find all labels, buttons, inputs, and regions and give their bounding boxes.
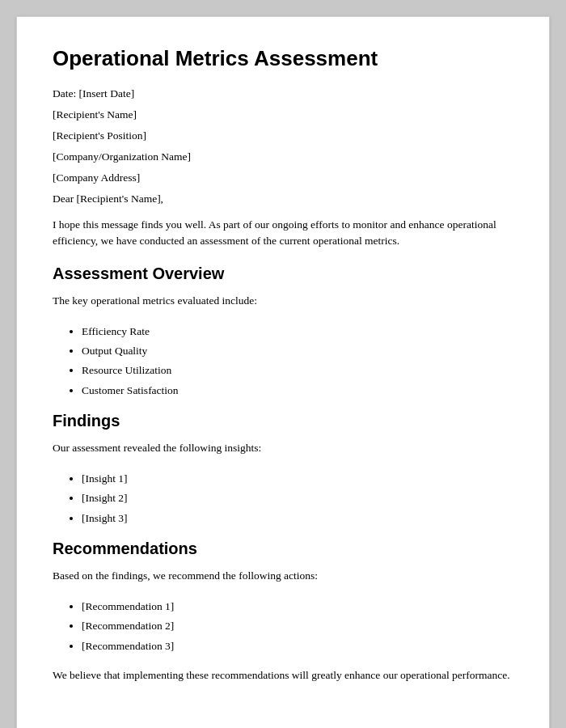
list-item: [Recommendation 1] — [82, 599, 513, 615]
date-line: Date: [Insert Date] — [53, 87, 513, 100]
recommendations-closing: We believe that implementing these recom… — [53, 667, 513, 684]
document-title: Operational Metrics Assessment — [53, 46, 513, 71]
recommendations-list: [Recommendation 1] [Recommendation 2] [R… — [82, 599, 513, 654]
section-recommendations: Recommendations Based on the findings, w… — [53, 540, 513, 684]
company-address-line: [Company Address] — [53, 171, 513, 184]
recipient-name-line: [Recipient's Name] — [53, 108, 513, 121]
section-heading-assessment-overview: Assessment Overview — [53, 265, 513, 283]
assessment-overview-list: Efficiency Rate Output Quality Resource … — [82, 324, 513, 399]
section-heading-findings: Findings — [53, 412, 513, 430]
salutation: Dear [Recipient's Name], — [53, 193, 513, 205]
list-item: [Insight 3] — [82, 510, 513, 527]
list-item: Output Quality — [82, 343, 513, 359]
list-item: Resource Utilization — [82, 362, 513, 379]
section-heading-recommendations: Recommendations — [53, 540, 513, 558]
findings-intro: Our assessment revealed the following in… — [53, 440, 513, 456]
document-container: Operational Metrics Assessment Date: [In… — [16, 16, 550, 728]
list-item: [Insight 2] — [82, 490, 513, 506]
findings-list: [Insight 1] [Insight 2] [Insight 3] — [82, 471, 513, 527]
assessment-overview-intro: The key operational metrics evaluated in… — [53, 293, 513, 309]
recipient-position-line: [Recipient's Position] — [53, 129, 513, 142]
list-item: [Recommendation 3] — [82, 638, 513, 654]
recommendations-intro: Based on the findings, we recommend the … — [53, 568, 513, 584]
list-item: [Insight 1] — [82, 471, 513, 487]
intro-paragraph: I hope this message finds you well. As p… — [53, 217, 513, 250]
company-name-line: [Company/Organization Name] — [53, 150, 513, 163]
section-assessment-overview: Assessment Overview The key operational … — [53, 265, 513, 399]
section-findings: Findings Our assessment revealed the fol… — [53, 412, 513, 527]
list-item: Efficiency Rate — [82, 324, 513, 340]
list-item: Customer Satisfaction — [82, 383, 513, 399]
list-item: [Recommendation 2] — [82, 618, 513, 634]
